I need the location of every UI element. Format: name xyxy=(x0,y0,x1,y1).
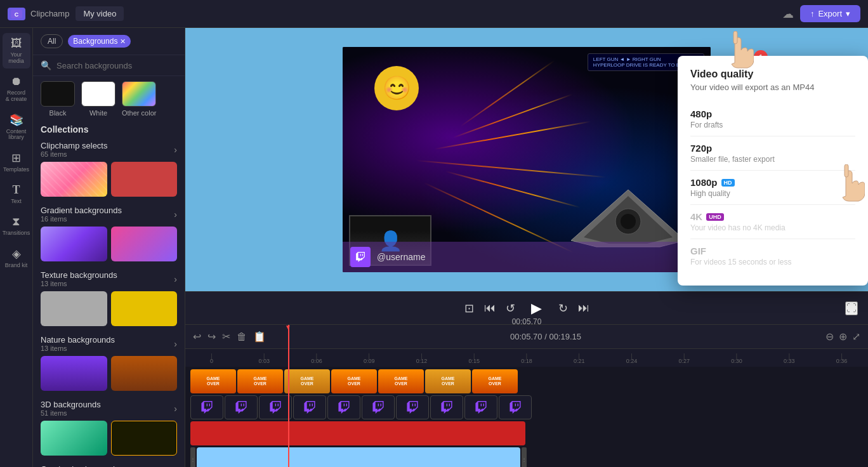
zoom-in-button[interactable]: ⊕ xyxy=(839,331,847,343)
list-item[interactable] xyxy=(293,395,326,419)
delete-button[interactable]: 🗑 xyxy=(237,331,247,343)
quality-option-gif[interactable]: GIF For videos 15 seconds or less xyxy=(690,239,855,273)
transitions-icon: ⧗ xyxy=(12,215,20,228)
sidebar-item-text[interactable]: T Text xyxy=(3,180,30,209)
list-item[interactable] xyxy=(41,421,107,456)
list-item[interactable] xyxy=(396,395,429,419)
list-item[interactable] xyxy=(41,162,107,197)
list-item[interactable] xyxy=(190,421,525,445)
collection-gaming-backgrounds-header[interactable]: Gaming backgrounds 37 items › xyxy=(41,464,177,467)
list-item[interactable] xyxy=(111,162,178,197)
list-item[interactable] xyxy=(430,395,463,419)
caption-toggle-button[interactable]: ⊡ xyxy=(464,301,474,315)
list-item[interactable]: GAMEOVER xyxy=(331,369,377,393)
collection-gradient-backgrounds-header[interactable]: Gradient backgrounds 16 items › xyxy=(41,206,177,223)
app-logo[interactable]: C Clipchamp xyxy=(8,8,69,20)
sidebar-item-your-media[interactable]: 🖼 Your media xyxy=(3,33,30,69)
game-over-clips: GAMEOVER GAMEOVER GAMEOVER GAMEOVER GAME xyxy=(190,369,863,393)
redo-button[interactable]: ↪ xyxy=(207,331,216,343)
skip-forward-button[interactable]: ⏭ xyxy=(578,301,589,315)
playback-bar: ⊡ ⏮ ↺ ▶ ↻ ⏭ ⛶ 00:05.70 xyxy=(185,291,868,324)
list-item[interactable] xyxy=(499,395,532,419)
search-input[interactable] xyxy=(56,61,177,70)
collection-texture-backgrounds-header[interactable]: Texture backgrounds 13 items › xyxy=(41,270,177,287)
clip-handle[interactable]: ⋮ xyxy=(190,447,195,467)
timeline-zoom: ⊖ ⊕ ⤢ xyxy=(825,331,860,343)
swatch-black[interactable]: Black xyxy=(41,81,75,117)
export-button[interactable]: ↑ Export ▾ xyxy=(800,5,860,22)
cloud-icon[interactable]: ☁ xyxy=(782,7,794,21)
quality-option-720p[interactable]: 720p Smaller file, faster export xyxy=(690,136,855,171)
fast-forward-button[interactable]: ↻ xyxy=(558,301,568,315)
sidebar-item-templates[interactable]: ⊞ Templates xyxy=(3,147,30,177)
chevron-right-icon: › xyxy=(174,339,177,349)
list-item[interactable] xyxy=(111,421,178,456)
clip-handle[interactable]: ⋮ xyxy=(522,447,527,467)
other-color-swatch xyxy=(122,81,156,107)
twitch-overlay: @username xyxy=(343,242,711,272)
quality-option-4k[interactable]: 4K UHD Your video has no 4K media xyxy=(690,205,855,239)
collection-gradient-backgrounds: Gradient backgrounds 16 items › xyxy=(41,206,177,261)
video-tab[interactable]: My video xyxy=(76,6,124,21)
collection-clipchamp-selects-header[interactable]: Clipchamp selects 65 items › xyxy=(41,141,177,158)
list-item[interactable] xyxy=(41,356,107,391)
list-item[interactable]: GAMEOVER xyxy=(425,369,471,393)
sidebar-item-content-library[interactable]: 📚 Content library xyxy=(3,109,30,145)
list-item[interactable] xyxy=(111,227,178,261)
filter-backgrounds-tag[interactable]: Backgrounds ✕ xyxy=(68,35,131,48)
quality-option-1080p[interactable]: 1080p HD High quality xyxy=(690,171,855,205)
list-item[interactable] xyxy=(111,356,178,391)
list-item[interactable] xyxy=(362,395,395,419)
undo-button[interactable]: ↩ xyxy=(193,331,201,343)
fullscreen-button[interactable]: ⛶ xyxy=(845,301,858,315)
list-item[interactable]: GAMEOVER xyxy=(237,369,283,393)
filter-all-button[interactable]: All xyxy=(41,34,63,48)
save-frame-button[interactable]: 📋 xyxy=(253,331,266,343)
black-swatch xyxy=(41,81,75,107)
uhd-badge: UHD xyxy=(706,213,724,221)
list-item[interactable] xyxy=(41,227,107,261)
track-row-game-over: GAMEOVER GAMEOVER GAMEOVER GAMEOVER GAME xyxy=(185,369,868,393)
ruler-mark: 0:06 xyxy=(291,358,343,364)
skip-back-button[interactable]: ⏮ xyxy=(484,301,496,315)
list-item[interactable] xyxy=(197,447,520,467)
ruler-mark: 0:18 xyxy=(501,358,553,364)
split-button[interactable]: ✂ xyxy=(222,331,230,343)
sidebar-item-transitions[interactable]: ⧗ Transitions xyxy=(3,211,30,240)
list-item[interactable]: GAMEOVER xyxy=(378,369,424,393)
remove-filter-icon[interactable]: ✕ xyxy=(120,37,126,46)
collection-nature-backgrounds-header[interactable]: Nature backgrounds 13 items › xyxy=(41,335,177,352)
search-icon: 🔍 xyxy=(41,60,51,70)
list-item[interactable] xyxy=(464,395,497,419)
list-item[interactable]: GAMEOVER xyxy=(284,369,330,393)
sidebar-item-record[interactable]: ⏺ Record & create xyxy=(3,71,30,107)
rewind-button[interactable]: ↺ xyxy=(506,301,515,315)
blue-clip-row: ⋮ ⋮ xyxy=(190,447,863,467)
track-row-red xyxy=(185,421,868,445)
collection-3d-backgrounds-header[interactable]: 3D backgrounds 51 items › xyxy=(41,400,177,417)
list-item[interactable] xyxy=(259,395,292,419)
list-item[interactable] xyxy=(327,395,360,419)
content-library-icon: 📚 xyxy=(10,113,23,127)
topbar-right: ☁ ↑ Export ▾ xyxy=(782,5,860,22)
record-icon: ⏺ xyxy=(11,75,22,88)
text-icon: T xyxy=(12,183,20,197)
list-item[interactable] xyxy=(41,291,107,326)
twitch-logo xyxy=(350,247,371,267)
quality-option-480p[interactable]: 480p For drafts xyxy=(690,102,855,136)
swatch-white[interactable]: White xyxy=(81,81,115,117)
swatch-other[interactable]: Other color xyxy=(122,81,156,117)
app-name: Clipchamp xyxy=(30,9,69,18)
zoom-out-button[interactable]: ⊖ xyxy=(825,331,834,343)
list-item[interactable]: GAMEOVER xyxy=(190,369,236,393)
list-item[interactable] xyxy=(190,395,223,419)
list-item[interactable] xyxy=(225,395,258,419)
fit-button[interactable]: ⤢ xyxy=(852,331,860,343)
timeline-time: 00:05.70 / 00:19.15 xyxy=(272,332,819,341)
play-button[interactable]: ▶ xyxy=(525,297,548,320)
list-item[interactable]: GAMEOVER xyxy=(472,369,518,393)
list-item[interactable] xyxy=(111,291,178,326)
ruler-mark: 0:27 xyxy=(658,358,711,364)
sidebar-item-brand-kit[interactable]: ◈ Brand kit xyxy=(3,243,30,273)
ruler-mark: 0:36 xyxy=(815,358,868,364)
